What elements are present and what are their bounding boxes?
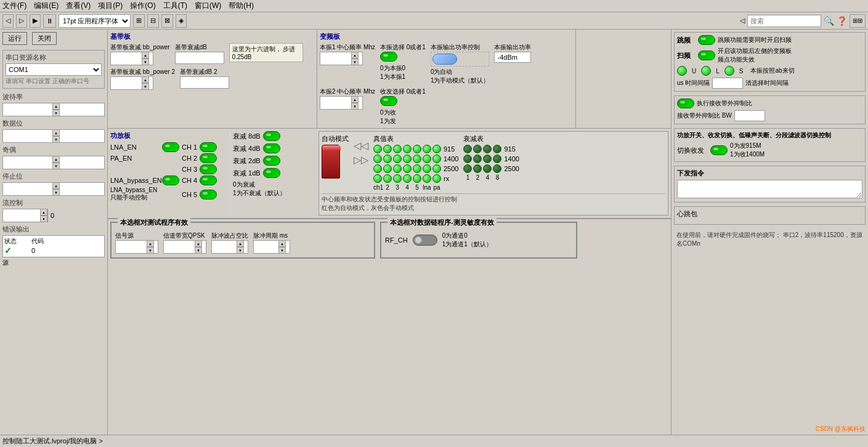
pulse-period-spinbox[interactable]: 100 ▲ ▼ (253, 240, 290, 254)
parity-down[interactable]: ▼ (52, 163, 60, 169)
bb-power2-down[interactable]: ▼ (142, 83, 149, 90)
ch1-btn[interactable] (200, 142, 217, 152)
channel-bw-arrows[interactable]: ▲ ▼ (195, 240, 202, 254)
osc2-down[interactable]: ▼ (351, 103, 359, 110)
font-select[interactable]: 17pt 应用程序字体 (59, 14, 131, 28)
signal-source-up[interactable]: ▲ (147, 240, 154, 247)
baud-input[interactable]: 115200 (3, 106, 52, 113)
osc-output-toggle[interactable] (432, 54, 457, 65)
atten-4db-btn[interactable] (263, 143, 280, 153)
scan-btn[interactable] (698, 50, 715, 60)
parity-up[interactable]: ▲ (52, 156, 60, 163)
baud-arrows[interactable]: ▲ ▼ (52, 103, 60, 116)
bb-power2-spinbox[interactable]: 20 ▲ ▼ (110, 76, 153, 90)
auto-mode-cylinder[interactable] (322, 145, 340, 179)
menu-edit[interactable]: 编辑(E) (34, 1, 59, 11)
signal-source-input[interactable]: 输出0 (116, 243, 147, 251)
menu-help[interactable]: 帮助(H) (229, 1, 254, 11)
flow-down[interactable]: ▼ (40, 215, 47, 222)
grid-view-btn[interactable]: ⊞⊞ (850, 14, 866, 28)
atten-2db-btn[interactable] (263, 156, 280, 166)
pulse-duty-down[interactable]: ▼ (237, 247, 244, 254)
bb-power-input[interactable]: 20 (111, 55, 142, 62)
menu-tools[interactable]: 工具(T) (163, 1, 187, 11)
databits-input[interactable]: 8 (3, 132, 52, 140)
atten-1db-btn[interactable] (263, 168, 280, 178)
osc1-up[interactable]: ▲ (351, 52, 359, 58)
pulse-duty-up[interactable]: ▲ (237, 240, 244, 247)
pulse-period-arrows[interactable]: ▲ ▼ (278, 240, 286, 254)
osc-select-btn[interactable] (380, 52, 397, 62)
bb-attn-input[interactable]: 0 (175, 52, 224, 64)
bw-input[interactable]: 20M (734, 110, 765, 121)
osc2-input[interactable]: 1400 (320, 99, 351, 107)
stopbits-down[interactable]: ▼ (52, 189, 60, 196)
back-btn[interactable]: ◁ (2, 14, 14, 28)
stopbits-input[interactable]: 1.0 (3, 185, 52, 193)
menu-window[interactable]: 窗口(W) (195, 1, 221, 11)
flow-up[interactable]: ▲ (40, 209, 47, 215)
bb-attn2-input[interactable]: 0 (180, 76, 229, 89)
pulse-period-input[interactable]: 100 (254, 243, 278, 251)
lna-en-btn[interactable] (162, 142, 179, 152)
databits-spinbox[interactable]: 8 ▲ ▼ (2, 129, 105, 143)
menu-project[interactable]: 项目(P) (98, 1, 123, 11)
com-port-select[interactable]: COM1 (6, 63, 102, 76)
forward-btn[interactable]: ▷ (16, 14, 27, 28)
databits-up[interactable]: ▲ (52, 129, 60, 136)
menu-file[interactable]: 文件(F) (2, 1, 26, 11)
menu-operate[interactable]: 操作(O) (130, 1, 155, 11)
pulse-duty-input[interactable]: 20 (212, 243, 237, 251)
parity-input[interactable]: None (3, 159, 52, 166)
pulse-duty-arrows[interactable]: ▲ ▼ (237, 240, 244, 254)
bb-power2-input[interactable]: 20 (111, 79, 142, 87)
pulse-period-up[interactable]: ▲ (278, 240, 286, 247)
baud-up[interactable]: ▲ (52, 103, 60, 110)
arrange-btn[interactable]: ◈ (176, 14, 187, 28)
bb-power-up[interactable]: ▲ (142, 52, 149, 58)
atten-8db-btn[interactable] (263, 131, 280, 141)
ch4-btn[interactable] (200, 175, 217, 185)
com-port-combo[interactable]: COM1 (6, 63, 102, 76)
flow-spinbox[interactable]: 无 ▲ ▼ (2, 209, 48, 222)
s-led[interactable] (724, 66, 734, 76)
u-led[interactable] (677, 66, 687, 76)
channel-bw-up[interactable]: ▲ (195, 240, 202, 247)
hop-btn[interactable] (698, 35, 715, 45)
bb-power2-up[interactable]: ▲ (142, 76, 149, 83)
rf-ch-toggle[interactable] (413, 235, 437, 246)
distribute-btn[interactable]: ⊟ (147, 14, 159, 28)
channel-bw-spinbox[interactable]: 20Mhz ▲ ▼ (163, 240, 206, 254)
pulse-duty-spinbox[interactable]: 20 ▲ ▼ (211, 240, 248, 254)
signal-source-arrows[interactable]: ▲ ▼ (147, 240, 154, 254)
l-led[interactable] (701, 66, 711, 76)
parity-arrows[interactable]: ▲ ▼ (52, 156, 60, 169)
parity-spinbox[interactable]: None ▲ ▼ (2, 156, 105, 169)
stop-button[interactable]: 关闭 (32, 32, 57, 45)
signal-source-down[interactable]: ▼ (147, 247, 154, 254)
osc2-arrows[interactable]: ▲ ▼ (351, 96, 359, 110)
channel-bw-input[interactable]: 20Mhz (164, 243, 195, 251)
resize-btn[interactable]: ⊠ (161, 14, 173, 28)
signal-source-spinbox[interactable]: 输出0 ▲ ▼ (115, 240, 158, 254)
osc1-arrows[interactable]: ▲ ▼ (351, 52, 359, 65)
flow-arrows[interactable]: ▲ ▼ (40, 209, 47, 222)
osc1-down[interactable]: ▼ (351, 58, 359, 65)
bb-power-spinbox[interactable]: 20 ▲ ▼ (110, 52, 153, 65)
rx-select-btn[interactable] (380, 96, 397, 106)
ch3-btn[interactable] (200, 164, 217, 174)
stopbits-up[interactable]: ▲ (52, 182, 60, 189)
search-input[interactable] (747, 15, 821, 27)
bb-power2-arrows[interactable]: ▲ ▼ (142, 76, 149, 90)
lna-bypass-btn[interactable] (162, 175, 179, 185)
time-input[interactable]: 100 (712, 78, 743, 89)
flow-input[interactable]: 无 (3, 212, 40, 219)
channel-bw-down[interactable]: ▼ (195, 247, 202, 254)
pause-btn[interactable]: ⏸ (43, 14, 56, 28)
ch2-btn[interactable] (200, 153, 217, 163)
bb-power-down[interactable]: ▼ (142, 58, 149, 65)
menu-view[interactable]: 查看(V) (66, 1, 91, 11)
osc2-spinbox[interactable]: 1400 ▲ ▼ (320, 96, 363, 110)
baud-spinbox[interactable]: 115200 ▲ ▼ (2, 103, 105, 116)
stopbits-spinbox[interactable]: 1.0 ▲ ▼ (2, 182, 105, 196)
